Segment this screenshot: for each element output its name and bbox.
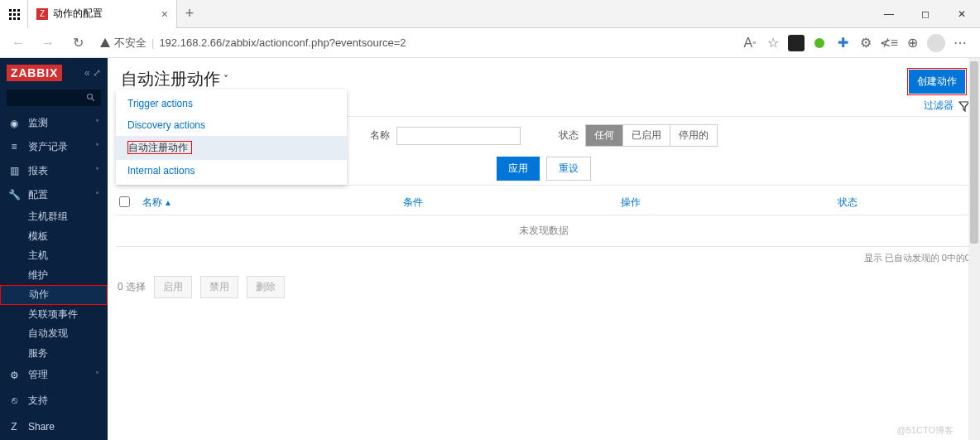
ext3-icon[interactable]: ✚ xyxy=(834,35,851,51)
close-tab-icon[interactable]: × xyxy=(161,7,168,21)
back-button[interactable]: ← xyxy=(7,31,30,55)
settings-gear-icon[interactable]: ⚙ xyxy=(858,35,874,51)
seg-enabled[interactable]: 已启用 xyxy=(622,125,670,146)
col-operation[interactable]: 操作 xyxy=(621,196,838,210)
svg-rect-4 xyxy=(13,13,16,16)
search-icon xyxy=(86,93,96,103)
col-condition[interactable]: 条件 xyxy=(403,196,621,210)
sidebar-sub-hostgroups[interactable]: 主机群组 xyxy=(0,207,108,227)
svg-rect-7 xyxy=(13,17,16,20)
svg-point-10 xyxy=(88,94,93,99)
ext1-icon[interactable] xyxy=(788,35,805,51)
zabbix-logo[interactable]: ZABBIX xyxy=(7,65,62,81)
seg-any[interactable]: 任何 xyxy=(586,125,622,146)
col-name-label: 名称 xyxy=(142,196,162,210)
security-text: 不安全 xyxy=(114,36,147,51)
reset-button[interactable]: 重设 xyxy=(546,157,591,181)
seg-disabled[interactable]: 停用的 xyxy=(670,125,717,146)
wrench-icon: 🔧 xyxy=(8,189,20,201)
security-indicator: 不安全 xyxy=(99,36,147,51)
apply-button[interactable]: 应用 xyxy=(497,157,540,181)
sidebar-sub-templates[interactable]: 模板 xyxy=(0,226,108,246)
sidebar-support[interactable]: ⎋ 支持 xyxy=(0,387,108,413)
bulk-actions: 0 选择 启用 禁用 删除 xyxy=(108,269,980,305)
new-tab-button[interactable]: + xyxy=(177,5,202,22)
eye-icon: ◉ xyxy=(8,118,20,129)
filter-toggle[interactable]: 过滤器 xyxy=(924,99,970,113)
filter-name-input[interactable] xyxy=(396,127,521,145)
sidebar-sub-discovery[interactable]: 自动发现 xyxy=(0,324,108,344)
tab-title: 动作的配置 xyxy=(53,7,156,21)
gear-icon: ⚙ xyxy=(8,370,20,381)
svg-rect-8 xyxy=(17,17,20,20)
page-title-dropdown[interactable]: 自动注册动作 ˅ xyxy=(121,68,228,90)
sidebar-item-admin[interactable]: ⚙ 管理 ˅ xyxy=(0,363,108,387)
eventsource-dropdown: Trigger actions Discovery actions 自动注册动作… xyxy=(116,89,347,185)
svg-rect-2 xyxy=(17,9,20,12)
sidebar-share[interactable]: Z Share xyxy=(0,413,108,440)
sidebar-item-config[interactable]: 🔧 配置 ˄ xyxy=(0,183,108,207)
app-drawer-button[interactable] xyxy=(0,0,28,28)
browser-tab-bar: Z 动作的配置 × + — ◻ ✕ xyxy=(0,0,980,28)
svg-rect-1 xyxy=(13,9,16,12)
sidebar-collapse-icon[interactable]: « ⤢ xyxy=(84,67,101,79)
logo-row: ZABBIX « ⤢ xyxy=(0,58,108,88)
page-title: 自动注册动作 xyxy=(121,68,220,90)
sidebar-label: 报表 xyxy=(28,164,48,178)
chart-icon: ▥ xyxy=(8,165,20,176)
close-window-button[interactable]: ✕ xyxy=(944,0,980,27)
url-field[interactable]: 不安全 | 192.168.2.66/zabbix/actionconf.php… xyxy=(96,36,735,51)
bulk-disable-button[interactable]: 禁用 xyxy=(200,276,238,298)
sidebar-sub-maintenance[interactable]: 维护 xyxy=(0,265,108,285)
profile-avatar[interactable] xyxy=(927,34,945,52)
url-text: 192.168.2.66/zabbix/actionconf.php?event… xyxy=(159,36,406,49)
col-name[interactable]: 名称▲ xyxy=(142,196,403,210)
svg-rect-3 xyxy=(9,13,12,16)
list-icon: ≡ xyxy=(8,141,20,152)
filter-state-label: 状态 xyxy=(559,128,579,143)
maximize-button[interactable]: ◻ xyxy=(907,0,944,27)
scroll-thumb[interactable] xyxy=(970,61,978,244)
sidebar-sub-correlation[interactable]: 关联项事件 xyxy=(0,305,108,325)
favorite-icon[interactable]: ☆ xyxy=(765,35,781,51)
sidebar-label: 资产记录 xyxy=(28,140,68,154)
browser-tab[interactable]: Z 动作的配置 × xyxy=(28,0,177,28)
svg-rect-6 xyxy=(9,17,12,20)
dropdown-item-trigger[interactable]: Trigger actions xyxy=(116,93,347,114)
bulk-delete-button[interactable]: 删除 xyxy=(247,276,285,298)
bulk-enable-button[interactable]: 启用 xyxy=(154,276,192,298)
chevron-up-icon: ˄ xyxy=(95,191,99,200)
svg-line-11 xyxy=(92,99,94,101)
refresh-button[interactable]: ↻ xyxy=(66,31,89,55)
ext2-icon[interactable] xyxy=(811,35,828,51)
select-all-checkbox[interactable] xyxy=(119,196,130,207)
filter-label: 过滤器 xyxy=(924,99,954,113)
chevron-down-icon: ˅ xyxy=(95,167,99,176)
col-status[interactable]: 状态 xyxy=(838,196,968,210)
more-icon[interactable]: ⋯ xyxy=(952,35,968,51)
sidebar-search[interactable] xyxy=(7,89,101,106)
sidebar-label: 支持 xyxy=(28,394,48,408)
sidebar-sub-services[interactable]: 服务 xyxy=(0,344,108,364)
dropdown-item-discovery[interactable]: Discovery actions xyxy=(116,114,347,136)
dropdown-item-label: 自动注册动作 xyxy=(127,141,192,154)
zabbix-favicon: Z xyxy=(36,8,48,20)
text-size-icon[interactable]: A» xyxy=(742,35,758,51)
favorites-bar-icon[interactable]: ≮≡ xyxy=(881,35,897,51)
empty-row: 未发现数据 xyxy=(116,215,972,247)
dropdown-item-autoreg[interactable]: 自动注册动作 xyxy=(116,136,347,160)
forward-button[interactable]: → xyxy=(36,31,60,55)
share-icon: Z xyxy=(8,421,20,433)
collections-icon[interactable]: ⊕ xyxy=(904,35,920,51)
sidebar-item-inventory[interactable]: ≡ 资产记录 ˅ xyxy=(0,135,108,159)
minimize-button[interactable]: — xyxy=(871,0,907,27)
sidebar-sub-hosts[interactable]: 主机 xyxy=(0,246,108,266)
sidebar-item-reports[interactable]: ▥ 报表 ˅ xyxy=(0,159,108,183)
support-icon: ⎋ xyxy=(8,394,20,406)
sidebar-item-monitor[interactable]: ◉ 监测 ˅ xyxy=(0,111,108,135)
sidebar-sub-actions[interactable]: 动作 xyxy=(0,285,108,305)
vertical-scrollbar[interactable] xyxy=(968,58,980,440)
dropdown-item-internal[interactable]: Internal actions xyxy=(116,160,347,181)
table-header: 名称▲ 条件 操作 状态 xyxy=(116,191,972,215)
create-action-button[interactable]: 创建动作 xyxy=(909,70,965,94)
